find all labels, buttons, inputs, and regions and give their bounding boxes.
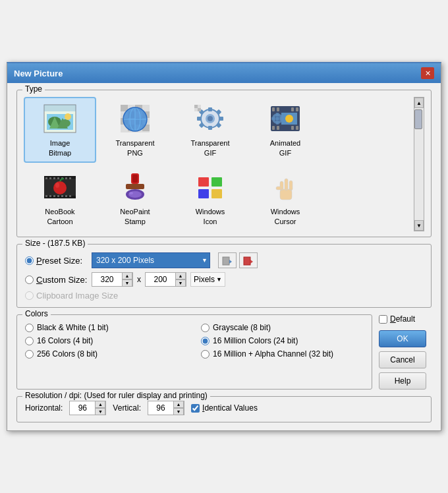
custom-width-spinbox[interactable]: ▲ ▼ [92,272,133,287]
preset-size-radio-label[interactable]: Preset Size: [25,256,88,266]
type-item-image-bitmap[interactable]: ImageBitmap [24,97,96,163]
svg-rect-43 [277,126,279,130]
h-spin-up[interactable]: ▲ [95,401,105,408]
horizontal-spinbox[interactable]: ▲ ▼ [69,401,106,415]
clipboard-size-radio[interactable] [25,291,34,300]
type-item-animated-gif[interactable]: AnimatedGIF [249,97,322,163]
color-grayscale-radio[interactable] [201,324,210,332]
color-16-text: 16 Colors (4 bit) [37,336,93,345]
help-button[interactable]: Help [379,372,426,390]
type-item-neopaint-stamp[interactable]: NeoPaintStamp [99,165,171,231]
type-item-windows-cursor[interactable]: WindowsCursor [249,165,322,231]
svg-rect-51 [271,117,283,120]
svg-point-25 [208,116,213,121]
type-item-transparent-png[interactable]: TransparentPNG [99,97,171,163]
h-spin-down[interactable]: ▼ [95,408,105,415]
color-256-text: 256 Colors (8 bit) [37,349,98,359]
color-grayscale-label[interactable]: Grayscale (8 bit) [201,323,364,332]
preset-size-select[interactable]: 320 x 200 Pixels 640 x 480 Pixels 800 x … [92,252,210,268]
svg-rect-61 [69,177,71,179]
color-bw-radio[interactable] [25,324,34,332]
color-bw-label[interactable]: Black & White (1 bit) [25,323,188,332]
type-label-windows-icon: WindowsIcon [196,207,225,226]
height-spin-up[interactable]: ▲ [175,272,186,279]
pixels-dropdown[interactable]: Pixels ▼ [190,272,225,287]
size-icon-buttons [218,252,258,268]
type-item-windows-icon[interactable]: WindowsIcon [174,165,246,231]
cancel-button[interactable]: Cancel [379,351,426,368]
custom-width-input[interactable] [92,273,122,286]
svg-rect-81 [280,189,292,200]
svg-rect-73 [126,184,144,189]
custom-size-radio[interactable] [25,276,34,284]
svg-rect-42 [272,126,275,130]
width-spin-up[interactable]: ▲ [122,272,132,279]
svg-rect-80 [211,189,222,198]
color-16m-label[interactable]: 16 Million Colors (24 bit) [201,336,364,345]
type-scrollbar[interactable]: ▲ ▼ [414,97,424,231]
svg-rect-68 [69,195,71,197]
clipboard-size-radio-label[interactable]: Clipboard Image Size [25,291,118,301]
color-16ma-radio[interactable] [201,350,210,359]
preset-size-radio[interactable] [25,256,34,265]
color-16-label[interactable]: 16 Colors (4 bit) [25,336,188,345]
windows-cursor-icon [268,171,302,204]
type-item-transparent-gif[interactable]: TransparentGIF [174,97,246,163]
v-spin-up[interactable]: ▲ [173,401,184,408]
horizontal-input[interactable] [70,401,95,415]
vertical-input[interactable] [148,401,173,415]
type-label-transparent-gif: TransparentGIF [191,138,230,158]
svg-rect-77 [198,177,209,187]
color-16ma-label[interactable]: 16 Million + Alpha Channel (32 bit) [201,349,364,359]
svg-rect-28 [197,117,201,121]
scrollbar-down-btn[interactable]: ▼ [414,220,424,231]
scrollbar-thumb[interactable] [414,109,422,129]
color-256-radio[interactable] [25,350,34,359]
default-checkbox-row: Default [379,314,432,324]
svg-rect-67 [65,195,67,197]
horizontal-label: Horizontal: [25,403,63,413]
color-256-label[interactable]: 256 Colors (8 bit) [25,349,188,359]
v-spin-down[interactable]: ▼ [173,408,184,415]
svg-rect-40 [291,107,294,111]
identical-values-label[interactable]: Identical Values [191,403,258,413]
type-label-neopaint-stamp: NeoPaintStamp [120,207,150,226]
preset-size-label: Preset Size: [36,256,82,266]
color-16m-text: 16 Million Colors (24 bit) [213,336,298,345]
animated-gif-icon [268,102,302,135]
type-section-label: Type [22,84,45,94]
svg-rect-45 [296,126,298,130]
custom-size-radio-label[interactable]: Custom Size: [25,275,88,285]
color-16m-radio[interactable] [201,337,210,345]
close-button[interactable]: ✕ [421,67,434,79]
svg-point-7 [65,113,71,120]
size-icon-btn-1[interactable] [218,252,237,268]
svg-rect-27 [208,126,212,130]
svg-rect-29 [219,117,223,121]
color-16ma-text: 16 Million + Alpha Channel (32 bit) [213,349,333,359]
color-16-radio[interactable] [25,337,34,345]
svg-rect-38 [272,107,275,111]
size-icon-btn-2[interactable] [239,252,258,268]
svg-rect-55 [45,177,47,179]
type-item-neobook-cartoon[interactable]: NeoBookCartoon [24,165,96,231]
svg-rect-36 [198,108,201,111]
custom-height-input[interactable] [146,273,175,286]
preset-size-select-wrapper[interactable]: 320 x 200 Pixels 640 x 480 Pixels 800 x … [92,252,210,268]
vertical-spinbox[interactable]: ▲ ▼ [148,401,184,415]
svg-rect-79 [198,189,209,198]
svg-rect-56 [49,177,51,179]
width-spin-down[interactable]: ▼ [122,279,132,287]
type-label-windows-cursor: WindowsCursor [271,207,300,226]
svg-rect-87 [223,257,229,265]
default-checkbox[interactable] [379,315,387,324]
default-label: Default [390,314,415,324]
custom-height-spinbox[interactable]: ▲ ▼ [145,272,186,287]
svg-rect-1 [44,105,76,111]
ok-button[interactable]: OK [379,330,426,347]
identical-values-checkbox[interactable] [191,404,200,413]
color-bw-text: Black & White (1 bit) [37,323,109,332]
svg-rect-85 [276,187,281,190]
height-spin-down[interactable]: ▼ [175,279,186,287]
scrollbar-up-btn[interactable]: ▲ [414,98,424,108]
